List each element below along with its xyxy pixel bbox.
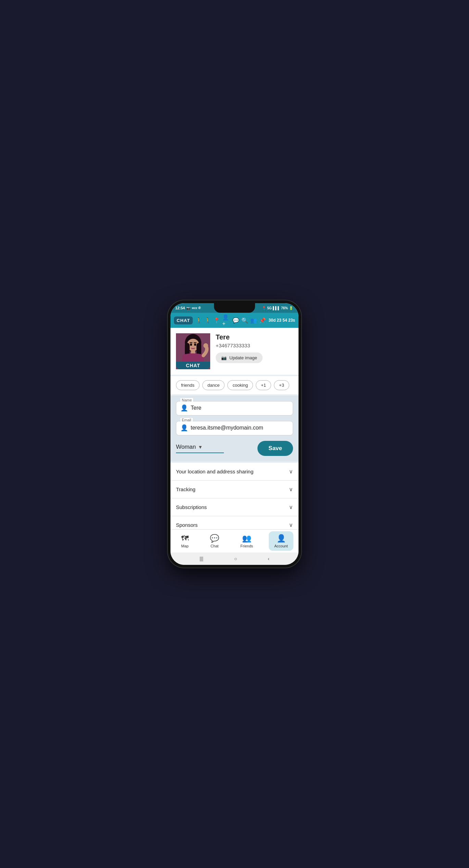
email-person-icon: 👤 [180,424,188,432]
chat-nav-label: Chat [211,544,218,548]
status-right: 📍 5G ▌▌▌ 76% 🔋 [262,306,293,310]
tag-friends[interactable]: friends [176,380,200,390]
message-icon[interactable]: 💬 [232,317,239,324]
profile-name: Tere [216,333,293,341]
android-nav-bar: ||| ○ ‹ [170,553,299,565]
location-status-icon: 📍 [262,306,266,310]
tags-section: friends dance cooking +1 +3 [170,376,299,394]
network-status: 5G [267,306,271,310]
avatar-container: CHAT [176,333,210,369]
people-icon[interactable]: 👥 [250,317,257,324]
notch [214,303,255,313]
android-recent-button[interactable]: ||| [200,556,203,561]
update-image-label: Update image [229,355,257,360]
map-label: Map [181,544,188,548]
person-outline-icon: 🚶 [204,317,211,324]
app-header: CHAT 🚶 🚶 📍 👤+ 💬 🔍 👥 📌 30d 23 54 23s [170,313,299,328]
map-icon: 🗺 [181,534,189,543]
android-back-button[interactable]: ‹ [268,556,269,561]
chat-header-badge: CHAT [174,317,193,324]
svg-point-6 [203,343,208,348]
android-home-button[interactable]: ○ [234,556,237,561]
gender-value: Woman [176,444,196,450]
profile-info: Tere +34677333333 📷 Update image [216,333,293,363]
search-user-icon[interactable]: 🔍 [241,317,248,324]
tracking-accordion[interactable]: Tracking ∨ [170,481,299,498]
chevron-down-subscriptions-icon: ∨ [289,504,293,510]
nav-account[interactable]: 👤 Account [269,531,293,551]
nav-map[interactable]: 🗺 Map [176,531,194,551]
gender-save-row: Woman ▼ Save [176,441,293,456]
svg-point-7 [190,344,192,346]
status-apps: wzz ✆ [192,306,201,310]
sponsors-label: Sponsors [176,522,198,528]
bottom-nav: 🗺 Map 💬 Chat 👥 Friends 👤 Account [170,529,299,553]
email-label: Email [180,418,193,422]
camera-icon: 📷 [186,306,190,310]
subscriptions-accordion[interactable]: Subscriptions ∨ [170,498,299,516]
account-icon: 👤 [277,534,286,543]
tag-cooking[interactable]: cooking [227,380,253,390]
name-person-icon: 👤 [180,404,188,412]
add-person-icon[interactable]: 👤+ [222,314,230,327]
person-icon: 🚶 [195,317,202,324]
form-section: Name 👤 Tere Email 👤 teresa.itsme@mydomai… [170,396,299,461]
nav-chat[interactable]: 💬 Chat [204,531,225,551]
tag-dance[interactable]: dance [202,380,225,390]
friends-label: Friends [240,544,253,548]
chevron-down-icon: ▼ [198,444,203,450]
main-content: CHAT Tere +34677333333 📷 Update image fr… [170,328,299,529]
email-field: Email 👤 teresa.itsme@mydomain.com [176,421,293,435]
name-value[interactable]: Tere [191,405,201,411]
person-pin-icon: 📌 [259,317,266,324]
camera-update-icon: 📷 [221,355,227,360]
update-image-button[interactable]: 📷 Update image [216,352,263,363]
sponsors-accordion[interactable]: Sponsors ∨ [170,516,299,529]
name-field: Name 👤 Tere [176,401,293,416]
svg-point-8 [194,344,196,346]
account-label: Account [274,544,288,548]
tag-plus3[interactable]: +3 [274,380,289,390]
subscriptions-label: Subscriptions [176,504,207,510]
location-icon: 📍 [213,317,220,324]
chat-nav-icon: 💬 [210,534,219,543]
status-time: 12:54 [175,306,185,310]
battery-status: 76% [281,306,288,310]
chevron-down-location-icon: ∨ [289,468,293,475]
email-value[interactable]: teresa.itsme@mydomain.com [191,425,263,431]
chevron-down-tracking-icon: ∨ [289,486,293,493]
avatar-chat-badge: CHAT [176,362,210,369]
profile-phone: +34677333333 [216,343,293,348]
save-button[interactable]: Save [257,441,293,456]
phone-screen: 12:54 📷 wzz ✆ 📍 5G ▌▌▌ 76% 🔋 CHAT 🚶 🚶 📍 … [170,303,299,565]
nav-friends[interactable]: 👥 Friends [235,531,258,551]
signal-bars: ▌▌▌ [273,306,280,310]
status-left: 12:54 📷 wzz ✆ [175,306,201,310]
battery-icon: 🔋 [289,306,293,310]
gender-select[interactable]: Woman ▼ [176,444,224,453]
location-sharing-label: Your location and address sharing [176,469,253,474]
name-label: Name [180,398,193,402]
tracking-label: Tracking [176,486,195,492]
session-timer: 30d 23 54 23s [269,318,295,323]
location-sharing-accordion[interactable]: Your location and address sharing ∨ [170,463,299,481]
phone-frame: 12:54 📷 wzz ✆ 📍 5G ▌▌▌ 76% 🔋 CHAT 🚶 🚶 📍 … [168,300,301,568]
header-icons: 🚶 🚶 📍 👤+ 💬 🔍 👥 📌 [195,314,266,327]
chevron-down-sponsors-icon: ∨ [289,522,293,528]
tag-plus1[interactable]: +1 [256,380,271,390]
friends-icon: 👥 [242,534,251,543]
profile-section: CHAT Tere +34677333333 📷 Update image [170,328,299,375]
